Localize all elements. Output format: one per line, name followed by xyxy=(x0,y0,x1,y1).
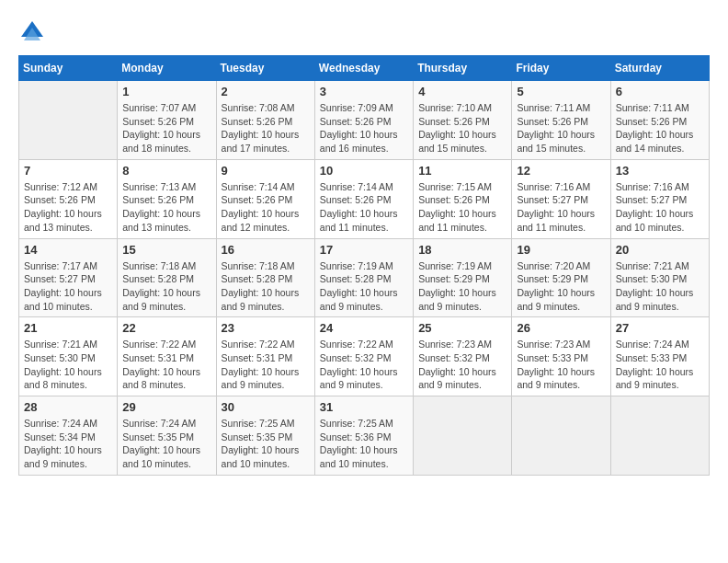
day-number: 1 xyxy=(122,85,210,98)
day-info: Sunrise: 7:14 AMSunset: 5:26 PMDaylight:… xyxy=(222,180,310,235)
day-header-saturday: Saturday xyxy=(610,56,709,81)
calendar-cell: 12Sunrise: 7:16 AMSunset: 5:27 PMDayligh… xyxy=(512,159,610,238)
calendar-table: SundayMondayTuesdayWednesdayThursdayFrid… xyxy=(18,55,710,476)
day-info: Sunrise: 7:19 AMSunset: 5:29 PMDaylight:… xyxy=(418,259,506,314)
day-header-friday: Friday xyxy=(512,56,610,81)
day-info: Sunrise: 7:12 AMSunset: 5:26 PMDaylight:… xyxy=(24,180,112,235)
day-number: 5 xyxy=(517,85,605,98)
day-number: 17 xyxy=(320,243,408,257)
calendar-week-3: 14Sunrise: 7:17 AMSunset: 5:27 PMDayligh… xyxy=(19,238,710,317)
day-info: Sunrise: 7:20 AMSunset: 5:29 PMDaylight:… xyxy=(517,259,605,314)
day-info: Sunrise: 7:21 AMSunset: 5:30 PMDaylight:… xyxy=(24,338,112,392)
day-info: Sunrise: 7:18 AMSunset: 5:28 PMDaylight:… xyxy=(222,259,310,314)
calendar-cell: 7Sunrise: 7:12 AMSunset: 5:26 PMDaylight… xyxy=(19,159,118,238)
calendar-cell: 23Sunrise: 7:22 AMSunset: 5:31 PMDayligh… xyxy=(216,317,314,396)
day-info: Sunrise: 7:22 AMSunset: 5:31 PMDaylight:… xyxy=(222,338,310,392)
calendar-cell: 1Sunrise: 7:07 AMSunset: 5:26 PMDaylight… xyxy=(118,81,216,160)
day-info: Sunrise: 7:18 AMSunset: 5:28 PMDaylight:… xyxy=(122,259,210,314)
calendar-cell: 28Sunrise: 7:24 AMSunset: 5:34 PMDayligh… xyxy=(19,396,118,476)
day-number: 25 xyxy=(418,321,506,335)
day-header-monday: Monday xyxy=(118,56,216,81)
day-info: Sunrise: 7:24 AMSunset: 5:34 PMDaylight:… xyxy=(24,417,112,471)
calendar-cell: 10Sunrise: 7:14 AMSunset: 5:26 PMDayligh… xyxy=(314,159,413,238)
day-number: 2 xyxy=(222,85,310,98)
logo-icon xyxy=(18,18,46,46)
day-number: 30 xyxy=(222,400,310,414)
day-info: Sunrise: 7:24 AMSunset: 5:33 PMDaylight:… xyxy=(616,338,704,392)
day-info: Sunrise: 7:25 AMSunset: 5:36 PMDaylight:… xyxy=(320,417,408,471)
calendar-cell xyxy=(610,396,709,476)
day-info: Sunrise: 7:17 AMSunset: 5:27 PMDaylight:… xyxy=(24,259,112,314)
calendar-cell: 9Sunrise: 7:14 AMSunset: 5:26 PMDaylight… xyxy=(216,159,314,238)
logo xyxy=(18,18,50,46)
day-number: 29 xyxy=(122,400,210,414)
calendar-cell: 27Sunrise: 7:24 AMSunset: 5:33 PMDayligh… xyxy=(610,317,709,396)
day-info: Sunrise: 7:19 AMSunset: 5:28 PMDaylight:… xyxy=(320,259,408,314)
calendar-cell: 14Sunrise: 7:17 AMSunset: 5:27 PMDayligh… xyxy=(19,238,118,317)
day-info: Sunrise: 7:08 AMSunset: 5:26 PMDaylight:… xyxy=(222,101,310,155)
calendar-cell: 17Sunrise: 7:19 AMSunset: 5:28 PMDayligh… xyxy=(314,238,413,317)
day-header-wednesday: Wednesday xyxy=(314,56,413,81)
header-row: SundayMondayTuesdayWednesdayThursdayFrid… xyxy=(19,56,710,81)
day-number: 20 xyxy=(616,243,704,257)
calendar-cell xyxy=(512,396,610,476)
calendar-cell: 13Sunrise: 7:16 AMSunset: 5:27 PMDayligh… xyxy=(610,159,709,238)
day-number: 3 xyxy=(320,85,408,98)
day-info: Sunrise: 7:16 AMSunset: 5:27 PMDaylight:… xyxy=(616,180,704,235)
day-number: 27 xyxy=(616,321,704,335)
day-number: 21 xyxy=(24,321,112,335)
day-info: Sunrise: 7:22 AMSunset: 5:31 PMDaylight:… xyxy=(122,338,210,392)
day-info: Sunrise: 7:07 AMSunset: 5:26 PMDaylight:… xyxy=(122,101,210,155)
day-number: 18 xyxy=(418,243,506,257)
calendar-cell: 19Sunrise: 7:20 AMSunset: 5:29 PMDayligh… xyxy=(512,238,610,317)
day-info: Sunrise: 7:11 AMSunset: 5:26 PMDaylight:… xyxy=(616,101,704,155)
calendar-cell: 29Sunrise: 7:24 AMSunset: 5:35 PMDayligh… xyxy=(118,396,216,476)
calendar-cell: 16Sunrise: 7:18 AMSunset: 5:28 PMDayligh… xyxy=(216,238,314,317)
page-header xyxy=(18,18,710,46)
day-number: 26 xyxy=(517,321,605,335)
calendar-cell: 25Sunrise: 7:23 AMSunset: 5:32 PMDayligh… xyxy=(414,317,512,396)
day-info: Sunrise: 7:22 AMSunset: 5:32 PMDaylight:… xyxy=(320,338,408,392)
day-number: 22 xyxy=(122,321,210,335)
day-info: Sunrise: 7:10 AMSunset: 5:26 PMDaylight:… xyxy=(418,101,506,155)
calendar-cell: 18Sunrise: 7:19 AMSunset: 5:29 PMDayligh… xyxy=(414,238,512,317)
day-number: 14 xyxy=(24,243,112,257)
day-info: Sunrise: 7:11 AMSunset: 5:26 PMDaylight:… xyxy=(517,101,605,155)
day-info: Sunrise: 7:15 AMSunset: 5:26 PMDaylight:… xyxy=(418,180,506,235)
day-number: 31 xyxy=(320,400,408,414)
day-number: 9 xyxy=(222,164,310,178)
day-number: 12 xyxy=(517,164,605,178)
calendar-cell: 22Sunrise: 7:22 AMSunset: 5:31 PMDayligh… xyxy=(118,317,216,396)
day-number: 19 xyxy=(517,243,605,257)
day-number: 15 xyxy=(122,243,210,257)
calendar-cell: 6Sunrise: 7:11 AMSunset: 5:26 PMDaylight… xyxy=(610,81,709,160)
day-number: 16 xyxy=(222,243,310,257)
day-info: Sunrise: 7:23 AMSunset: 5:33 PMDaylight:… xyxy=(517,338,605,392)
calendar-week-1: 1Sunrise: 7:07 AMSunset: 5:26 PMDaylight… xyxy=(19,81,710,160)
day-info: Sunrise: 7:13 AMSunset: 5:26 PMDaylight:… xyxy=(122,180,210,235)
calendar-cell: 31Sunrise: 7:25 AMSunset: 5:36 PMDayligh… xyxy=(314,396,413,476)
calendar-cell: 20Sunrise: 7:21 AMSunset: 5:30 PMDayligh… xyxy=(610,238,709,317)
calendar-cell: 30Sunrise: 7:25 AMSunset: 5:35 PMDayligh… xyxy=(216,396,314,476)
day-info: Sunrise: 7:21 AMSunset: 5:30 PMDaylight:… xyxy=(616,259,704,314)
calendar-cell: 4Sunrise: 7:10 AMSunset: 5:26 PMDaylight… xyxy=(414,81,512,160)
day-number: 11 xyxy=(418,164,506,178)
day-info: Sunrise: 7:24 AMSunset: 5:35 PMDaylight:… xyxy=(122,417,210,471)
calendar-cell: 15Sunrise: 7:18 AMSunset: 5:28 PMDayligh… xyxy=(118,238,216,317)
calendar-week-5: 28Sunrise: 7:24 AMSunset: 5:34 PMDayligh… xyxy=(19,396,710,476)
day-info: Sunrise: 7:14 AMSunset: 5:26 PMDaylight:… xyxy=(320,180,408,235)
day-info: Sunrise: 7:16 AMSunset: 5:27 PMDaylight:… xyxy=(517,180,605,235)
calendar-week-2: 7Sunrise: 7:12 AMSunset: 5:26 PMDaylight… xyxy=(19,159,710,238)
calendar-cell xyxy=(414,396,512,476)
calendar-cell: 26Sunrise: 7:23 AMSunset: 5:33 PMDayligh… xyxy=(512,317,610,396)
day-number: 6 xyxy=(616,85,704,98)
calendar-cell: 24Sunrise: 7:22 AMSunset: 5:32 PMDayligh… xyxy=(314,317,413,396)
day-number: 23 xyxy=(222,321,310,335)
calendar-week-4: 21Sunrise: 7:21 AMSunset: 5:30 PMDayligh… xyxy=(19,317,710,396)
calendar-cell: 2Sunrise: 7:08 AMSunset: 5:26 PMDaylight… xyxy=(216,81,314,160)
day-number: 10 xyxy=(320,164,408,178)
calendar-cell: 11Sunrise: 7:15 AMSunset: 5:26 PMDayligh… xyxy=(414,159,512,238)
day-header-thursday: Thursday xyxy=(414,56,512,81)
day-header-sunday: Sunday xyxy=(19,56,118,81)
calendar-cell: 21Sunrise: 7:21 AMSunset: 5:30 PMDayligh… xyxy=(19,317,118,396)
